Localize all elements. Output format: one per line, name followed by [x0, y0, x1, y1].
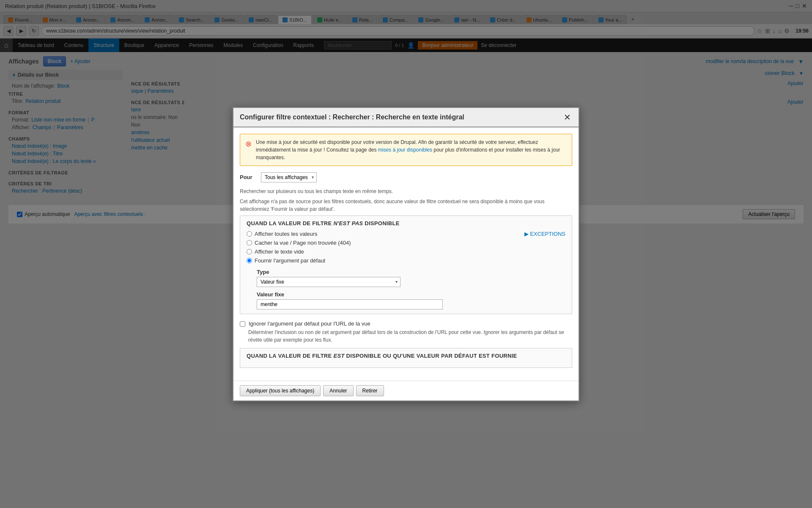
- modal-body: ⊗ Une mise à jour de sécurité est dispon…: [233, 127, 579, 232]
- pour-select-wrapper[interactable]: Tous les affichages: [261, 172, 317, 182]
- exceptions-container: ▶ EXCEPTIONS: [524, 231, 565, 232]
- desc2: Cet affichage n'a pas de source pour les…: [240, 198, 572, 213]
- unavailable-title-em: N'EST PAS: [333, 220, 363, 226]
- unavailable-section: QUAND LA VALEUR DE FILTRE N'EST PAS DISP…: [240, 215, 572, 232]
- unavailable-title-1: QUAND LA VALEUR DE FILTRE: [247, 220, 332, 226]
- exceptions-link[interactable]: ▶ EXCEPTIONS: [524, 231, 565, 232]
- pour-select[interactable]: Tous les affichages: [261, 172, 317, 182]
- modal-header: Configurer filtre contextuel : Recherche…: [233, 108, 579, 127]
- radio1-label[interactable]: Afficher toutes les valeurs: [247, 231, 443, 232]
- modal: Configurer filtre contextuel : Recherche…: [233, 107, 579, 232]
- radio1-text: Afficher toutes les valeurs: [255, 231, 318, 232]
- alert-icon: ⊗: [245, 139, 252, 161]
- radio1-input[interactable]: [247, 231, 252, 232]
- modal-overlay: Configurer filtre contextuel : Recherche…: [0, 0, 812, 232]
- pour-label: Pour: [240, 174, 257, 180]
- desc1: Rechercher sur plusieurs ou tous les cha…: [240, 188, 572, 195]
- modal-title: Configurer filtre contextuel : Recherche…: [240, 113, 464, 121]
- unavailable-title-2: DISPONIBLE: [365, 220, 399, 226]
- pour-row: Pour Tous les affichages: [240, 172, 572, 182]
- alert-text: Une mise à jour de sécurité est disponib…: [256, 138, 567, 161]
- unavailable-radio-group: Afficher toutes les valeurs Cacher la vu…: [247, 231, 443, 232]
- unavailable-title: QUAND LA VALEUR DE FILTRE N'EST PAS DISP…: [247, 220, 565, 226]
- alert-link-2[interactable]: disponibles: [407, 147, 432, 153]
- modal-close-button[interactable]: ✕: [562, 112, 572, 122]
- alert-link-1[interactable]: mises à jour: [378, 147, 406, 153]
- alert-box: ⊗ Une mise à jour de sécurité est dispon…: [240, 134, 572, 166]
